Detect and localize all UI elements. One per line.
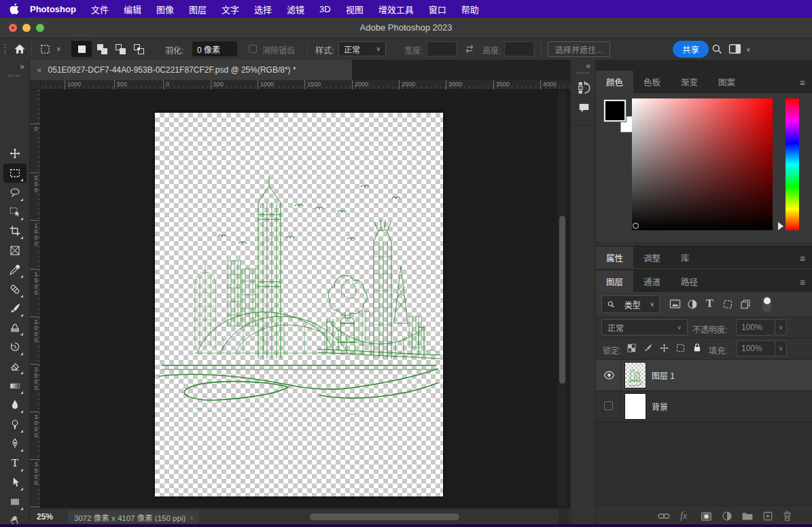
tab-libraries[interactable]: 库 <box>671 247 700 268</box>
layer-row-selected[interactable]: 图层 1 <box>596 360 812 390</box>
layer-filter-type-dropdown[interactable]: 类型 ∨ <box>601 295 660 313</box>
menu-type[interactable]: 文字 <box>222 3 239 16</box>
menubar-app-name[interactable]: Photoshop <box>30 4 76 14</box>
type-tool[interactable]: T <box>9 457 21 469</box>
antialias-checkbox[interactable] <box>249 45 257 53</box>
collapse-dock-icon[interactable]: « <box>586 61 590 71</box>
hue-slider-marker[interactable] <box>778 222 788 230</box>
properties-panel-menu-icon[interactable]: ≡ <box>800 253 805 264</box>
vertical-scrollbar-thumb[interactable] <box>559 216 565 384</box>
tab-properties[interactable]: 属性 <box>596 247 633 268</box>
tab-swatches[interactable]: 色板 <box>633 71 671 93</box>
rectangular-marquee-tool[interactable] <box>9 167 21 179</box>
menu-filter[interactable]: 滤镜 <box>287 3 304 16</box>
horizontal-ruler[interactable]: 1000 500 0 500 1000 1500 2000 2500 3000 … <box>41 80 570 90</box>
tab-paths[interactable]: 路径 <box>671 270 708 292</box>
gradient-tool[interactable] <box>9 380 21 392</box>
layer-effects-icon[interactable]: fx <box>680 511 687 522</box>
clone-stamp-tool[interactable] <box>9 321 21 333</box>
lock-frame-icon[interactable] <box>675 343 686 353</box>
layer-row-background[interactable]: 背景 <box>596 391 812 422</box>
menu-layer[interactable]: 图层 <box>189 3 207 16</box>
new-group-icon[interactable] <box>741 511 754 521</box>
tab-layers[interactable]: 图层 <box>596 270 633 292</box>
layer-visibility-checkbox[interactable] <box>604 401 613 410</box>
tab-patterns[interactable]: 图案 <box>708 71 745 93</box>
path-selection-tool[interactable] <box>9 476 21 488</box>
ruler-origin-corner[interactable] <box>30 80 41 90</box>
style-dropdown[interactable]: 正常∨ <box>338 41 386 56</box>
crop-tool[interactable] <box>9 225 21 237</box>
filter-smart-objects-icon[interactable] <box>740 299 751 310</box>
menu-help[interactable]: 帮助 <box>461 3 479 16</box>
swap-dimensions-icon[interactable] <box>464 43 475 56</box>
healing-brush-tool[interactable] <box>9 283 21 295</box>
filter-toggle[interactable] <box>762 296 771 312</box>
new-adjustment-layer-icon[interactable] <box>722 511 732 522</box>
share-button[interactable]: 共享 <box>673 41 709 58</box>
close-tab-icon[interactable]: × <box>37 65 42 75</box>
delete-layer-icon[interactable] <box>782 511 792 522</box>
menu-file[interactable]: 文件 <box>91 3 109 16</box>
width-input[interactable] <box>427 41 457 56</box>
filter-adjustment-layers-icon[interactable] <box>687 299 698 310</box>
layer-visibility-eye-icon[interactable] <box>603 371 615 380</box>
opacity-value[interactable]: 100% <box>736 319 775 335</box>
filter-shape-layers-icon[interactable] <box>722 299 733 310</box>
tab-channels[interactable]: 通道 <box>633 270 671 292</box>
blur-tool[interactable] <box>9 399 21 411</box>
object-selection-tool[interactable] <box>9 206 21 218</box>
new-layer-icon[interactable] <box>762 511 773 522</box>
canvas-viewport[interactable] <box>41 90 570 508</box>
fill-dropdown-chevron[interactable]: ∨ <box>775 340 787 357</box>
menu-select[interactable]: 选择 <box>254 3 272 16</box>
filter-type-layers-icon[interactable]: T <box>706 297 713 310</box>
menu-plugins[interactable]: 增效工具 <box>378 3 414 16</box>
link-layers-icon[interactable] <box>658 511 670 521</box>
pen-tool[interactable] <box>9 437 21 450</box>
layer-thumbnail[interactable] <box>625 394 646 419</box>
color-field[interactable] <box>632 98 773 230</box>
add-layer-mask-icon[interactable] <box>701 511 712 522</box>
horizontal-scrollbar-thumb[interactable] <box>310 513 459 520</box>
layers-panel-menu-icon[interactable]: ≡ <box>800 277 805 288</box>
tab-color[interactable]: 颜色 <box>596 71 633 93</box>
menu-edit[interactable]: 编辑 <box>124 3 141 16</box>
lock-transparent-pixels-icon[interactable] <box>626 343 637 353</box>
menu-image[interactable]: 图像 <box>156 3 174 16</box>
menu-window[interactable]: 窗口 <box>429 3 446 16</box>
fill-value[interactable]: 100% <box>736 340 775 357</box>
selection-mode-intersect-button[interactable] <box>128 41 149 57</box>
vertical-ruler[interactable]: 0 500 1000 1500 2000 2500 3000 3500 4000 <box>30 90 41 508</box>
selection-mode-new-button[interactable] <box>71 41 92 57</box>
document-canvas[interactable] <box>155 113 443 496</box>
hue-slider[interactable] <box>785 98 799 230</box>
tab-gradients[interactable]: 渐变 <box>671 71 708 93</box>
color-panel-menu-icon[interactable]: ≡ <box>800 77 805 88</box>
workspace-switcher-icon[interactable] <box>728 43 741 56</box>
brush-tool[interactable] <box>9 302 21 314</box>
menu-view[interactable]: 视图 <box>346 3 364 16</box>
document-tab[interactable]: × 051E0927-DCF7-44A0-953B-0C221F87CF2F.p… <box>30 60 352 80</box>
opacity-dropdown-chevron[interactable]: ∨ <box>775 319 787 335</box>
tab-adjustments[interactable]: 调整 <box>633 247 671 268</box>
selection-mode-subtract-button[interactable] <box>110 41 130 57</box>
comments-panel-icon[interactable] <box>578 102 590 116</box>
eyedropper-tool[interactable] <box>9 264 21 276</box>
filter-pixel-layers-icon[interactable] <box>669 299 681 309</box>
eraser-tool[interactable] <box>9 360 21 372</box>
search-icon[interactable] <box>711 43 723 57</box>
dodge-tool[interactable] <box>9 418 21 431</box>
layer-name[interactable]: 背景 <box>652 401 668 412</box>
lock-all-icon[interactable] <box>692 342 702 353</box>
apple-menu-icon[interactable] <box>10 3 19 14</box>
tool-preset-marquee-icon[interactable] <box>39 43 51 57</box>
lasso-tool[interactable] <box>9 187 21 199</box>
layer-name[interactable]: 图层 1 <box>652 369 675 381</box>
feather-input[interactable] <box>192 41 237 56</box>
selection-mode-add-button[interactable] <box>92 41 112 57</box>
workspace-chevron-icon[interactable]: ∨ <box>746 47 751 53</box>
move-tool[interactable] <box>9 147 21 160</box>
home-button[interactable] <box>13 42 27 58</box>
menu-3d[interactable]: 3D <box>319 4 331 14</box>
